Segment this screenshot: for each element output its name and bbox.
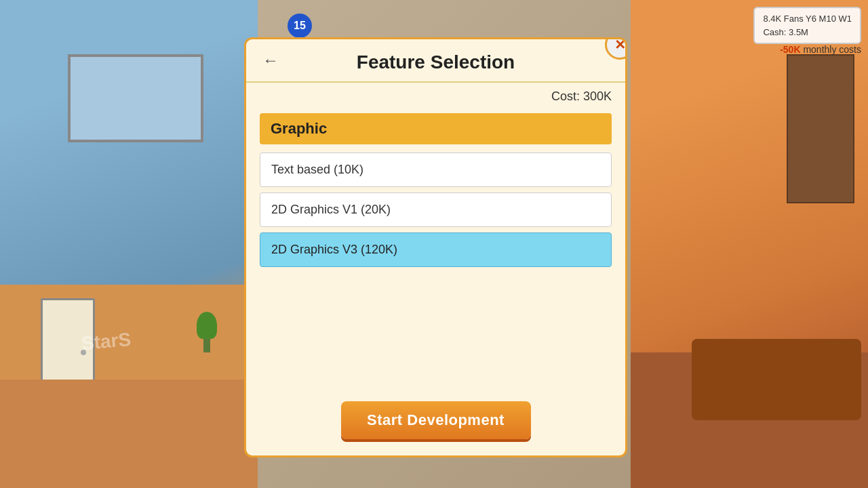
window-decoration	[68, 54, 203, 142]
category-label: Graphic	[260, 113, 612, 144]
cash-display: Cash: 3.5M	[763, 26, 852, 39]
back-button[interactable]: ←	[257, 48, 284, 73]
plant-decoration	[197, 312, 217, 352]
option-text-based[interactable]: Text based (10K)	[260, 152, 612, 187]
level-badge: 15	[288, 14, 312, 38]
cost-display: Cost: 300K	[246, 83, 625, 108]
fans-display: 8.4K Fans Y6 M10 W1	[763, 12, 852, 26]
cash-value: 3.5M	[789, 27, 808, 37]
modal-header: ← Feature Selection ✕	[246, 39, 625, 83]
modal-body: Graphic Text based (10K) 2D Graphics V1 …	[246, 108, 625, 278]
couch-decoration	[692, 339, 861, 420]
room-left: StarS	[0, 0, 258, 488]
modal-title: Feature Selection	[260, 52, 612, 73]
feature-selection-modal: ← Feature Selection ✕ Cost: 300K Graphic…	[244, 37, 627, 458]
option-2d-v1[interactable]: 2D Graphics V1 (20K)	[260, 192, 612, 227]
monthly-costs-value: -50K	[780, 44, 800, 55]
monthly-costs-label: monthly costs	[803, 44, 861, 55]
room-right	[631, 0, 868, 488]
bookshelf-decoration	[787, 54, 854, 203]
cash-label: Cash:	[763, 27, 786, 37]
start-development-button[interactable]: Start Development	[341, 401, 531, 439]
option-2d-v3[interactable]: 2D Graphics V3 (120K)	[260, 232, 612, 267]
monthly-costs-panel: -50K monthly costs	[780, 44, 861, 55]
hud-panel: 8.4K Fans Y6 M10 W1 Cash: 3.5M	[753, 7, 861, 44]
room-label: StarS	[81, 329, 132, 354]
